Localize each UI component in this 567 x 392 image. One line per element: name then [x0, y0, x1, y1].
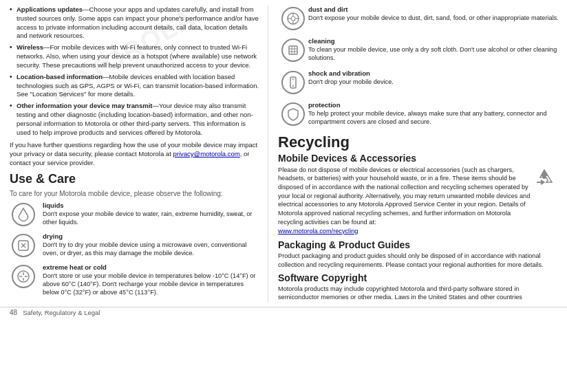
bullet-text-location: Location-based information—Mobile device…: [17, 73, 259, 99]
liquids-label: liquids: [43, 202, 259, 209]
recycling-body-para: Please do not dispose of mobile devices …: [278, 166, 533, 236]
shock-icon-wrap: [278, 69, 308, 94]
packaging-body: Product packaging and product guides sho…: [278, 252, 559, 269]
shock-icon: [281, 71, 305, 94]
recycling-sub-heading: Mobile Devices & Accessories: [278, 153, 559, 164]
drying-item: drying Don't try to dry your mobile devi…: [10, 232, 259, 258]
shock-label: shock and vibration: [308, 69, 559, 77]
drying-desc: Don't try to dry your mobile device usin…: [43, 241, 259, 258]
recycling-heading: Recycling: [278, 133, 559, 151]
footer-bar: 48 Safety, Regulatory & Legal: [0, 307, 567, 318]
packaging-heading: Packaging & Product Guides: [278, 239, 559, 250]
left-column: • Applications updates—Choose your apps …: [0, 6, 268, 303]
liquids-text-block: liquids Don't expose your mobile device …: [37, 202, 259, 227]
bullet-label-other: Other information your device may transm…: [17, 102, 152, 109]
extreme-heat-item: extreme heat or cold Don't store or use …: [10, 263, 259, 297]
bullet-label-applications: Applications updates: [17, 6, 83, 13]
cleaning-icon-wrap: [278, 37, 308, 62]
drying-label: drying: [43, 232, 259, 240]
liquids-desc: Don't expose your mobile device to water…: [43, 210, 259, 227]
dust-dirt-label: dust and dirt: [308, 6, 559, 13]
cleaning-text-block: cleaning To clean your mobile device, us…: [308, 37, 559, 63]
bullet-text-other: Other information your device may transm…: [17, 102, 259, 137]
software-body: Motorola products may include copyrighte…: [278, 285, 559, 302]
bullet-section: • Applications updates—Choose your apps …: [10, 6, 259, 137]
list-item: • Location-based information—Mobile devi…: [10, 73, 259, 99]
recycling-section: Recycling Mobile Devices & Accessories P…: [278, 133, 559, 302]
extreme-heat-text-block: extreme heat or cold Don't store or use …: [37, 263, 259, 297]
recycle-icon: [533, 167, 556, 190]
cleaning-label: cleaning: [308, 37, 559, 45]
svg-rect-14: [289, 46, 297, 54]
cleaning-item: cleaning To clean your mobile device, us…: [278, 37, 559, 63]
protection-icon: [281, 102, 305, 126]
list-item: • Applications updates—Choose your apps …: [10, 6, 259, 41]
cleaning-desc: To clean your mobile device, use only a …: [308, 45, 559, 63]
protection-icon-wrap: [278, 101, 308, 126]
protection-item: protection To help protect your mobile d…: [278, 101, 559, 127]
privacy-email-link[interactable]: privacy@motorola.com: [173, 150, 239, 157]
shock-text-block: shock and vibration Don't drop your mobi…: [308, 69, 559, 86]
protection-label: protection: [308, 101, 559, 109]
dust-dirt-item: dust and dirt Don't expose your mobile d…: [278, 6, 559, 30]
footer-note: If you have further questions regarding …: [10, 141, 259, 167]
drying-icon: [12, 234, 35, 257]
dust-dirt-icon: [281, 7, 305, 30]
protection-desc: To help protect your mobile device, alwa…: [308, 109, 559, 127]
list-item: • Wireless—For mobile devices with Wi-Fi…: [10, 43, 259, 69]
bullet-dot: •: [10, 43, 17, 69]
use-care-heading: Use & Care: [10, 172, 259, 187]
svg-point-21: [292, 85, 294, 87]
drying-text-block: drying Don't try to dry your mobile devi…: [37, 232, 259, 258]
shock-desc: Don't drop your mobile device.: [308, 78, 559, 86]
liquids-icon-wrap: [10, 202, 37, 226]
bullet-label-wireless: Wireless: [17, 43, 43, 51]
recycle-icon-wrap: [533, 166, 559, 190]
svg-point-9: [291, 17, 295, 21]
list-item: • Other information your device may tran…: [10, 102, 259, 137]
software-heading: Software Copyright: [278, 272, 559, 283]
bullet-text-wireless: Wireless—For mobile devices with Wi-Fi f…: [17, 43, 259, 69]
bullet-dot: •: [10, 102, 17, 137]
extreme-heat-icon-wrap: [10, 263, 37, 288]
use-care-sub: To care for your Motorola mobile device,…: [10, 189, 259, 199]
bullet-dot: •: [10, 6, 17, 41]
dust-dirt-text-block: dust and dirt Don't expose your mobile d…: [308, 6, 559, 22]
dust-dirt-icon-wrap: [278, 6, 308, 30]
extreme-heat-desc: Don't store or use your mobile device in…: [43, 272, 259, 297]
footer-text: Safety, Regulatory & Legal: [23, 309, 100, 316]
liquids-icon: [12, 203, 35, 226]
extreme-heat-icon: [12, 265, 35, 288]
protection-text-block: protection To help protect your mobile d…: [308, 101, 559, 127]
dust-dirt-desc: Don't expose your mobile device to dust,…: [308, 14, 559, 22]
recycling-body-row: Please do not dispose of mobile devices …: [278, 166, 559, 237]
page-number: 48: [10, 309, 17, 316]
bullet-text-applications: Applications updates—Choose your apps an…: [17, 6, 259, 41]
extreme-heat-label: extreme heat or cold: [43, 263, 259, 271]
liquids-item: liquids Don't expose your mobile device …: [10, 202, 259, 227]
recycling-body-text: Please do not dispose of mobile devices …: [278, 166, 533, 237]
cleaning-icon: [281, 39, 305, 62]
right-column: dust and dirt Don't expose your mobile d…: [268, 6, 567, 303]
bullet-dot: •: [10, 73, 17, 99]
drying-icon-wrap: [10, 232, 37, 257]
recycling-link[interactable]: www.motorola.com/recycling: [278, 228, 358, 235]
bullet-label-location: Location-based information: [17, 73, 103, 80]
shock-item: shock and vibration Don't drop your mobi…: [278, 69, 559, 94]
